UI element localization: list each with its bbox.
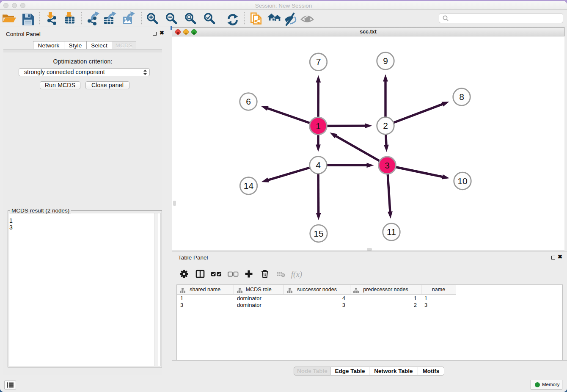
svg-text:8: 8 (459, 92, 464, 102)
svg-text:3: 3 (385, 160, 390, 170)
svg-text:15: 15 (314, 229, 323, 238)
svg-text:f(x): f(x) (291, 270, 302, 279)
svg-text:10: 10 (457, 176, 467, 186)
svg-text:7: 7 (316, 57, 321, 66)
svg-text:14: 14 (244, 181, 254, 190)
svg-text:11: 11 (387, 227, 396, 237)
svg-text:6: 6 (246, 97, 251, 106)
svg-text:4: 4 (316, 160, 321, 170)
svg-text:1: 1 (316, 121, 321, 131)
svg-text:2: 2 (383, 121, 388, 130)
svg-text:9: 9 (383, 56, 388, 66)
